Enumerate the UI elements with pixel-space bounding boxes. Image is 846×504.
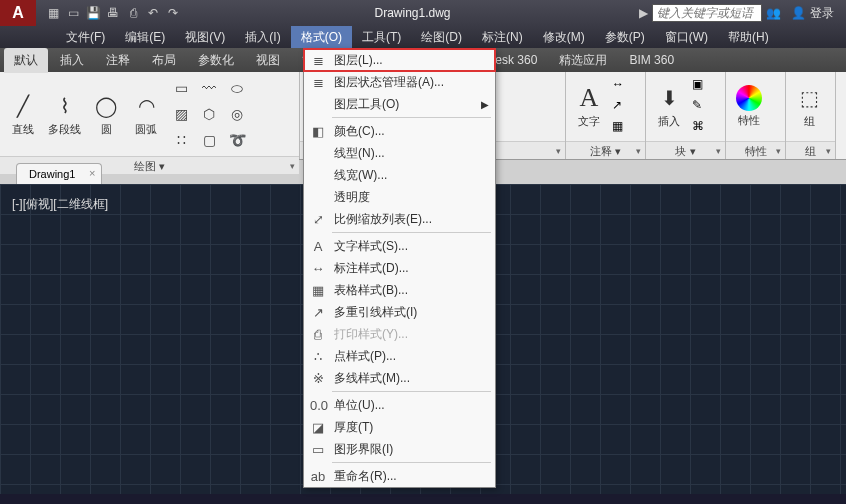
menu-item-label: 文字样式(S)... [334,238,408,255]
arc-tool[interactable]: ◠圆弧 [129,90,163,139]
ribbon-tab-3[interactable]: 布局 [142,48,186,73]
rect-icon[interactable]: ▭ [169,76,193,100]
panel-label-group[interactable]: 组 [786,141,835,159]
menu-item-19[interactable]: ◪厚度(T) [304,416,495,438]
menubar: 文件(F)编辑(E)视图(V)插入(I)格式(O)工具(T)绘图(D)标注(N)… [0,26,846,48]
menu-item-label: 重命名(R)... [334,468,397,485]
search-icon[interactable]: 👥 [766,6,781,20]
menu-i[interactable]: 插入(I) [235,26,290,48]
menu-item-2[interactable]: 图层工具(O)▶ [304,93,495,115]
menu-item-icon: ab [310,469,326,484]
menu-item-16[interactable]: ※多线样式(M)... [304,367,495,389]
qat-print-icon[interactable]: ⎙ [124,4,142,22]
menu-item-icon: ↔ [310,261,326,276]
qat-new-icon[interactable]: ▦ [44,4,62,22]
region-icon[interactable]: ▢ [197,128,221,152]
menu-n[interactable]: 标注(N) [472,26,533,48]
menu-item-13[interactable]: ↗多重引线样式(I) [304,301,495,323]
qat-redo-icon[interactable]: ↷ [164,4,182,22]
helix-icon[interactable]: ➰ [225,128,249,152]
menu-item-15[interactable]: ∴点样式(P)... [304,345,495,367]
group-tool[interactable]: ⬚组 [792,82,826,131]
ribbon-tab-11[interactable]: BIM 360 [619,49,684,71]
menu-item-18[interactable]: 0.0单位(U)... [304,394,495,416]
ellipse-icon[interactable]: ⬭ [225,76,249,100]
menu-w[interactable]: 窗口(W) [655,26,718,48]
menu-o[interactable]: 格式(O) [291,26,352,48]
menu-m[interactable]: 修改(M) [533,26,595,48]
submenu-arrow-icon: ▶ [481,99,489,110]
panel-label-block[interactable]: 块 ▾ [646,141,725,159]
document-tab[interactable]: Drawing1 [16,163,102,184]
line-tool[interactable]: ╱直线 [6,90,40,139]
menu-item-icon: ≣ [310,75,326,90]
text-tool[interactable]: A文字 [572,82,606,131]
app-logo[interactable]: A [0,0,36,26]
qat-open-icon[interactable]: ▭ [64,4,82,22]
insert-tool[interactable]: ⬇插入 [652,82,686,131]
ribbon-tab-2[interactable]: 注释 [96,48,140,73]
panel-label-annot[interactable]: 注释 ▾ [566,141,645,159]
menu-f[interactable]: 文件(F) [56,26,115,48]
menu-item-20[interactable]: ▭图形界限(I) [304,438,495,460]
qat-saveas-icon[interactable]: 🖶 [104,4,122,22]
menu-item-label: 单位(U)... [334,397,385,414]
point-icon[interactable]: ∷ [169,128,193,152]
donut-icon[interactable]: ◎ [225,102,249,126]
block-edit-icon[interactable]: ✎ [692,98,712,116]
polygon-icon[interactable]: ⬡ [197,102,221,126]
ribbon-tab-10[interactable]: 精选应用 [549,48,617,73]
menu-item-5[interactable]: 线型(N)... [304,142,495,164]
menu-h[interactable]: 帮助(H) [718,26,779,48]
qat-save-icon[interactable]: 💾 [84,4,102,22]
format-menu-dropdown: ≣图层(L)...≣图层状态管理器(A)...图层工具(O)▶◧颜色(C)...… [303,48,496,488]
ribbon-tab-0[interactable]: 默认 [4,48,48,73]
window-title: Drawing1.dwg [186,6,639,20]
block-create-icon[interactable]: ▣ [692,77,712,95]
menu-t[interactable]: 工具(T) [352,26,411,48]
search-help-icon[interactable]: ▶ [639,6,648,20]
panel-label-props[interactable]: 特性 [726,141,785,159]
menu-item-0[interactable]: ≣图层(L)... [304,49,495,71]
menu-item-6[interactable]: 线宽(W)... [304,164,495,186]
menu-item-label: 多线样式(M)... [334,370,410,387]
menu-item-11[interactable]: ↔标注样式(D)... [304,257,495,279]
login-button[interactable]: 👤登录 [785,3,840,24]
view-label[interactable]: [-][俯视][二维线框] [12,196,108,213]
menu-item-10[interactable]: A文字样式(S)... [304,235,495,257]
search-input[interactable] [652,4,762,22]
polyline-tool[interactable]: ⌇多段线 [46,90,83,139]
menu-item-label: 线宽(W)... [334,167,387,184]
menu-item-label: 图层(L)... [334,52,383,69]
spline-icon[interactable]: 〰 [197,76,221,100]
menu-item-label: 图形界限(I) [334,441,393,458]
menu-e[interactable]: 编辑(E) [115,26,175,48]
ribbon-tab-1[interactable]: 插入 [50,48,94,73]
menu-item-label: 点样式(P)... [334,348,396,365]
menu-item-8[interactable]: ⤢比例缩放列表(E)... [304,208,495,230]
block-attr-icon[interactable]: ⌘ [692,119,712,137]
menu-item-1[interactable]: ≣图层状态管理器(A)... [304,71,495,93]
menu-item-icon: A [310,239,326,254]
qat-undo-icon[interactable]: ↶ [144,4,162,22]
circle-tool[interactable]: ◯圆 [89,90,123,139]
ribbon-tab-4[interactable]: 参数化 [188,48,244,73]
menu-item-icon: 0.0 [310,398,326,413]
menu-d[interactable]: 绘图(D) [411,26,472,48]
dim-icon[interactable]: ↔ [612,77,632,95]
menu-v[interactable]: 视图(V) [175,26,235,48]
props-tool[interactable]: 特性 [732,83,766,130]
menu-item-12[interactable]: ▦表格样式(B)... [304,279,495,301]
menu-p[interactable]: 参数(P) [595,26,655,48]
menu-item-22[interactable]: ab重命名(R)... [304,465,495,487]
menu-item-7[interactable]: 透明度 [304,186,495,208]
menu-item-icon: ≣ [310,53,326,68]
leader-icon[interactable]: ↗ [612,98,632,116]
table-icon[interactable]: ▦ [612,119,632,137]
menu-item-label: 厚度(T) [334,419,373,436]
hatch-icon[interactable]: ▨ [169,102,193,126]
ribbon-tab-5[interactable]: 视图 [246,48,290,73]
menu-item-icon: ※ [310,371,326,386]
menu-item-icon: ↗ [310,305,326,320]
menu-item-4[interactable]: ◧颜色(C)... [304,120,495,142]
